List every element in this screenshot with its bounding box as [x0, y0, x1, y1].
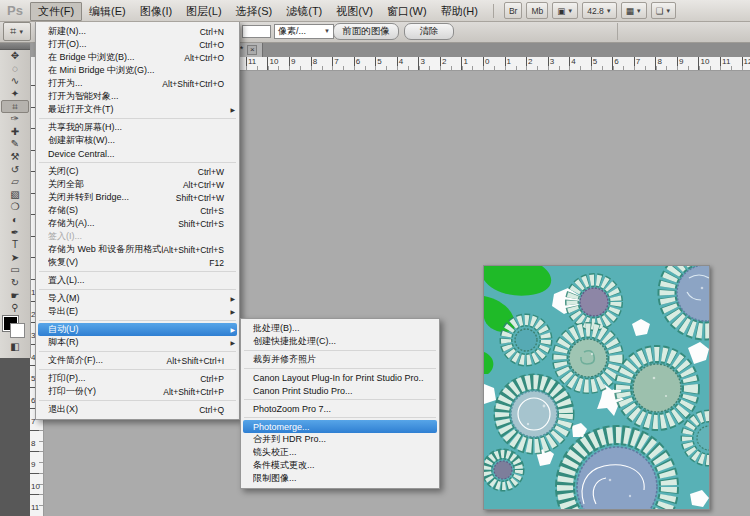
launch-mini-bridge-button[interactable]: Mb — [526, 2, 548, 19]
close-icon[interactable]: × — [247, 45, 257, 55]
menu-item[interactable]: 存储(S) Ctrl+S ▶ — [36, 204, 239, 217]
menu-item[interactable]: 存储为 Web 和设备所用格式(D)... Alt+Shift+Ctrl+S ▶ — [36, 243, 239, 256]
menu-item[interactable]: 新建(N)... Ctrl+N ▶ — [36, 25, 239, 38]
ruler-label: 1 — [461, 57, 483, 66]
menu-item[interactable]: 置入(L)... ▶ — [36, 274, 239, 287]
menubar-item[interactable]: 图层(L) — [179, 2, 228, 21]
clear-button[interactable]: 清除 — [404, 23, 454, 40]
menu-item[interactable]: 关闭(C) Ctrl+W ▶ — [36, 165, 239, 178]
menu-item[interactable]: 打印一份(Y) Alt+Shift+Ctrl+P ▶ — [36, 385, 239, 398]
submenu-item[interactable]: 合并到 HDR Pro... ▶ — [241, 433, 439, 446]
color-swatches — [0, 314, 30, 340]
menu-item[interactable]: 存储为(A)... Shift+Ctrl+S ▶ — [36, 217, 239, 230]
eraser-tool[interactable]: ▱ — [0, 176, 30, 189]
menubar-item[interactable]: 视图(V) — [329, 2, 380, 21]
options-separator — [617, 23, 618, 40]
quick-selection-tool[interactable]: ✦ — [0, 88, 30, 101]
quick-mask-icon[interactable]: ◧ — [10, 342, 19, 352]
file-menu: 新建(N)... Ctrl+N ▶ 打开(O)... Ctrl+O ▶ 在 Br… — [35, 21, 240, 420]
ruler-label: 8 — [655, 57, 677, 66]
crop-tool[interactable]: ⌗ — [1, 100, 29, 113]
screen-mode-button[interactable]: ❏▼ — [651, 2, 677, 19]
clone-stamp-tool[interactable]: ⚒ — [0, 151, 30, 164]
blur-tool[interactable]: ❍ — [0, 201, 30, 214]
submenu-item[interactable]: PhotoZoom Pro 7... ▶ — [241, 402, 439, 415]
menu-item[interactable]: 创建新审核(W)... ▶ — [36, 134, 239, 147]
marquee-tool[interactable]: ◌ — [0, 63, 30, 76]
menubar-item[interactable]: 选择(S) — [229, 2, 280, 21]
menubar-item[interactable]: 窗口(W) — [380, 2, 434, 21]
shape-tool[interactable]: ▭ — [0, 264, 30, 277]
canvas-image[interactable] — [483, 265, 710, 510]
menubar-item[interactable]: 编辑(E) — [82, 2, 133, 21]
workspace-edge — [0, 358, 31, 516]
menu-item[interactable]: 导出(E) ▶ — [36, 305, 239, 318]
menu-item[interactable]: 退出(X) Ctrl+Q ▶ — [36, 403, 239, 416]
menu-bar: Ps 文件(F)编辑(E)图像(I)图层(L)选择(S)滤镜(T)视图(V)窗口… — [0, 0, 750, 22]
menu-item[interactable]: 在 Bridge 中浏览(B)... Alt+Ctrl+O ▶ — [36, 51, 239, 64]
launch-bridge-button[interactable]: Br — [504, 2, 523, 19]
menu-item[interactable]: 打开为... Alt+Shift+Ctrl+O ▶ — [36, 77, 239, 90]
menu-item[interactable]: 关闭全部 Alt+Ctrl+W ▶ — [36, 178, 239, 191]
menu-item[interactable]: 导入(M) ▶ — [36, 292, 239, 305]
menu-item[interactable]: 在 Mini Bridge 中浏览(G)... ▶ — [36, 64, 239, 77]
brush-tool[interactable]: ✎ — [0, 138, 30, 151]
menu-item[interactable]: 最近打开文件(T) ▶ — [36, 103, 239, 116]
submenu-arrow-icon: ▶ — [227, 339, 235, 346]
submenu-item[interactable]: 裁剪并修齐照片 ▶ — [241, 353, 439, 366]
rotate-view-tool[interactable]: ↻ — [0, 277, 30, 290]
menu-item[interactable]: 打印(P)... Ctrl+P ▶ — [36, 372, 239, 385]
arrange-documents-button[interactable]: ▣▼ — [552, 2, 578, 19]
menu-item[interactable]: 脚本(R) ▶ — [36, 336, 239, 349]
submenu-item[interactable]: 批处理(B)... ▶ — [241, 322, 439, 335]
ruler-label: 10 — [268, 57, 290, 66]
menubar-item[interactable]: 滤镜(T) — [279, 2, 329, 21]
zoom-tool[interactable]: ⚲ — [0, 302, 30, 315]
menu-item[interactable]: 自动(U) ▶ — [38, 323, 237, 336]
ruler-label: 5 — [375, 57, 397, 66]
submenu-item[interactable]: Canon Layout Plug-In for Print Studio Pr… — [241, 371, 439, 384]
path-selection-tool[interactable]: ➤ — [0, 252, 30, 265]
menu-item[interactable]: 共享我的屏幕(H)... ▶ — [36, 121, 239, 134]
history-brush-tool[interactable]: ↺ — [0, 163, 30, 176]
menubar-item[interactable]: 图像(I) — [133, 2, 179, 21]
chevron-down-icon: ▼ — [567, 4, 573, 18]
arrange-documents-icon: ▣ — [557, 4, 565, 18]
pen-tool[interactable]: ✒ — [0, 226, 30, 239]
ruler-label: 5 — [591, 57, 613, 66]
submenu-item[interactable]: Canon Print Studio Pro... ▶ — [241, 384, 439, 397]
view-extras-button[interactable]: ▦▼ — [621, 2, 647, 19]
eyedropper-tool[interactable]: ✑ — [0, 113, 30, 126]
menu-item[interactable]: 打开为智能对象... ▶ — [36, 90, 239, 103]
view-extras-icon: ▦ — [626, 4, 634, 18]
background-color-swatch[interactable] — [10, 323, 25, 338]
front-image-button[interactable]: 前面的图像 — [333, 23, 399, 40]
menu-item[interactable]: 签入(I)... ▶ — [36, 230, 239, 243]
menu-item[interactable]: 打开(O)... Ctrl+O ▶ — [36, 38, 239, 51]
menubar-item[interactable]: 文件(F) — [30, 2, 82, 21]
healing-brush-tool[interactable]: ✚ — [0, 126, 30, 139]
submenu-item[interactable]: 条件模式更改... ▶ — [241, 459, 439, 472]
panel-grip[interactable] — [0, 42, 30, 50]
submenu-item[interactable]: Photomerge... ▶ — [243, 420, 437, 433]
type-tool[interactable]: T — [0, 239, 30, 252]
menu-item[interactable]: 恢复(V) F12 ▶ — [36, 256, 239, 269]
ruler-label: 2 — [526, 57, 548, 66]
tool-preset-picker[interactable]: ⌗▼ — [3, 22, 31, 41]
hand-tool[interactable]: ☛ — [0, 289, 30, 302]
zoom-level-control[interactable]: 42.8▼ — [582, 2, 617, 19]
move-tool[interactable]: ✥ — [0, 50, 30, 63]
menu-item[interactable]: Device Central... ▶ — [36, 147, 239, 160]
submenu-item[interactable]: 镜头校正... ▶ — [241, 446, 439, 459]
menubar-item[interactable]: 帮助(H) — [434, 2, 485, 21]
resolution-unit-dropdown[interactable]: 像素/...▼ — [274, 24, 334, 39]
crop-size-input[interactable] — [242, 25, 271, 38]
submenu-item[interactable]: 创建快捷批处理(C)... ▶ — [241, 335, 439, 348]
menu-item[interactable]: 关闭并转到 Bridge... Shift+Ctrl+W ▶ — [36, 191, 239, 204]
chevron-down-icon: ▼ — [18, 29, 24, 35]
dodge-tool[interactable]: ◐ — [0, 214, 30, 227]
gradient-tool[interactable]: ▧ — [0, 189, 30, 202]
menu-item[interactable]: 文件简介(F)... Alt+Shift+Ctrl+I ▶ — [36, 354, 239, 367]
lasso-tool[interactable]: ∿ — [0, 75, 30, 88]
submenu-item[interactable]: 限制图像... ▶ — [241, 472, 439, 485]
